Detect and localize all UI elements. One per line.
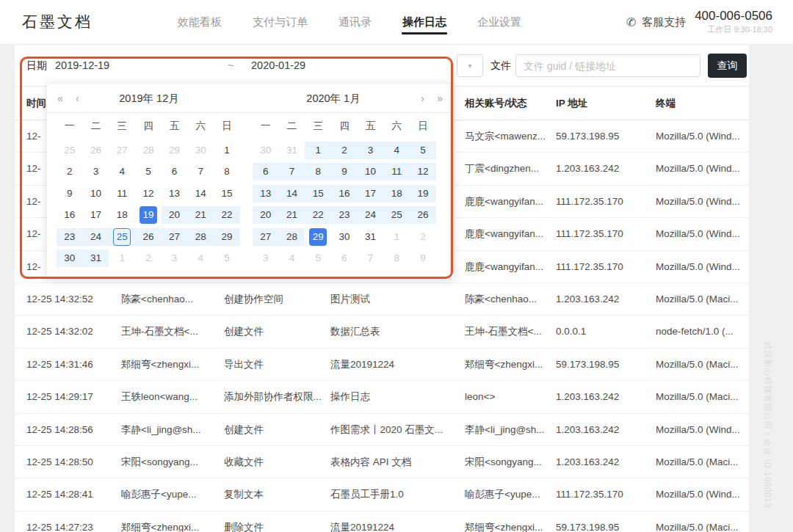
nav-tab-logs[interactable]: 操作日志 — [402, 0, 446, 44]
calendar-day-range[interactable]: 30 — [57, 249, 83, 267]
calendar-day-dim[interactable]: 7 — [358, 249, 384, 267]
weekday-label: 四 — [135, 120, 162, 133]
nav-tab-payment[interactable]: 支付与订单 — [253, 0, 308, 44]
calendar-day-range[interactable]: 27 — [162, 228, 188, 246]
query-button[interactable]: 查询 — [708, 54, 747, 78]
next-month-button[interactable]: › — [421, 84, 424, 113]
calendar-day-range[interactable]: 21 — [279, 206, 305, 224]
nav-tab-settings[interactable]: 企业设置 — [477, 0, 521, 44]
calendar-day-range[interactable]: 18 — [383, 185, 410, 203]
calendar-day-dim[interactable]: 8 — [383, 249, 410, 267]
calendar-day-range[interactable]: 31 — [83, 249, 109, 267]
calendar-day-dim[interactable]: 9 — [410, 249, 436, 267]
calendar-day-range[interactable]: 3 — [358, 142, 384, 159]
next-year-button[interactable]: » — [437, 84, 443, 113]
calendar-day-range[interactable]: 19 — [410, 185, 436, 203]
calendar-day-dim[interactable]: 3 — [162, 249, 188, 267]
calendar-day-normal[interactable]: 10 — [83, 185, 109, 203]
calendar-day-normal[interactable]: 7 — [187, 163, 214, 181]
calendar-day-dim[interactable]: 1 — [383, 228, 410, 246]
calendar-day-normal[interactable]: 12 — [135, 185, 162, 203]
calendar-day-range[interactable]: 25 — [383, 206, 410, 224]
calendar-day-range[interactable]: 22 — [214, 206, 240, 224]
cell-time: 12-25 14:29:17 — [26, 381, 119, 413]
calendar-day-normal[interactable]: 31 — [358, 228, 384, 246]
date-start-input[interactable]: 2019-12-19 — [55, 45, 109, 87]
calendar-day-range[interactable]: 1 — [305, 142, 331, 159]
calendar-day-dim[interactable]: 25 — [57, 142, 83, 159]
calendar-day-today[interactable]: 25 — [109, 228, 135, 246]
file-guid-input[interactable] — [515, 54, 700, 77]
calendar-day-range[interactable]: 23 — [331, 206, 358, 224]
calendar-day-dim[interactable]: 30 — [187, 142, 214, 159]
calendar-day-dim[interactable]: 2 — [135, 249, 162, 267]
calendar-day-selected[interactable]: 19 — [135, 206, 162, 224]
calendar-day-range[interactable]: 13 — [253, 185, 279, 203]
calendar-day-dim[interactable]: 26 — [83, 142, 109, 159]
calendar-day-normal[interactable]: 15 — [214, 185, 240, 203]
calendar-day-normal[interactable]: 5 — [135, 163, 162, 181]
calendar-day-range[interactable]: 11 — [383, 163, 410, 181]
calendar-day-range[interactable]: 14 — [279, 185, 305, 203]
calendar-day-normal[interactable]: 4 — [109, 163, 135, 181]
calendar-day-range[interactable]: 21 — [187, 206, 214, 224]
calendar-day-normal[interactable]: 17 — [83, 206, 109, 224]
calendar-day-normal[interactable]: 18 — [109, 206, 135, 224]
calendar-day-dim[interactable]: 5 — [214, 249, 240, 267]
calendar-day-normal[interactable]: 13 — [162, 185, 188, 203]
calendar-day-normal[interactable]: 8 — [214, 163, 240, 181]
calendar-day-range[interactable]: 22 — [305, 206, 331, 224]
calendar-day-dim[interactable]: 27 — [109, 142, 135, 159]
calendar-day-normal[interactable]: 14 — [187, 185, 214, 203]
calendar-day-range[interactable]: 24 — [83, 228, 109, 246]
calendar-day-range[interactable]: 27 — [253, 228, 279, 246]
calendar-day-range[interactable]: 6 — [253, 163, 279, 181]
cell-terminal: node-fetch/1.0 (... — [656, 316, 748, 348]
calendar-day-normal[interactable]: 1 — [214, 142, 240, 159]
calendar-day-dim[interactable]: 28 — [135, 142, 162, 159]
calendar-day-dim[interactable]: 3 — [253, 249, 279, 267]
calendar-day-range[interactable]: 2 — [331, 142, 358, 159]
calendar-day-range[interactable]: 26 — [410, 206, 436, 224]
calendar-day-dim[interactable]: 4 — [187, 249, 214, 267]
nav-tab-dashboard[interactable]: 效能看板 — [178, 0, 222, 44]
calendar-day-range[interactable]: 29 — [214, 228, 240, 246]
calendar-day-normal[interactable]: 6 — [162, 163, 188, 181]
calendar-day-selected[interactable]: 29 — [305, 228, 331, 246]
calendar-day-dim[interactable]: 6 — [331, 249, 358, 267]
calendar-day-range[interactable]: 24 — [358, 206, 384, 224]
calendar-day-dim[interactable]: 1 — [109, 249, 135, 267]
date-type-dropdown[interactable]: ▾ — [457, 54, 483, 77]
calendar-day-range[interactable]: 20 — [162, 206, 188, 224]
calendar-day-range[interactable]: 4 — [383, 142, 410, 159]
calendar-day-range[interactable]: 23 — [57, 228, 83, 246]
calendar-day-range[interactable]: 20 — [253, 206, 279, 224]
calendar-day-range[interactable]: 16 — [331, 185, 358, 203]
calendar-day-normal[interactable]: 9 — [57, 185, 83, 203]
calendar-day-dim[interactable]: 30 — [253, 142, 279, 159]
calendar-day-range[interactable]: 5 — [410, 142, 436, 159]
calendar-day-normal[interactable]: 30 — [331, 228, 358, 246]
calendar-day-range[interactable]: 12 — [410, 163, 436, 181]
calendar-day-dim[interactable]: 2 — [410, 228, 436, 246]
calendar-day-normal[interactable]: 16 — [57, 206, 83, 224]
calendar-day-range[interactable]: 8 — [305, 163, 331, 181]
calendar-day-range[interactable]: 15 — [305, 185, 331, 203]
nav-tab-contacts[interactable]: 通讯录 — [338, 0, 372, 44]
calendar-day-range[interactable]: 28 — [279, 228, 305, 246]
calendar-day-range[interactable]: 26 — [135, 228, 162, 246]
calendar-day-dim[interactable]: 31 — [279, 142, 305, 159]
calendar-day-range[interactable]: 7 — [279, 163, 305, 181]
calendar-day-dim[interactable]: 5 — [305, 249, 331, 267]
date-end-input[interactable]: 2020-01-29 — [251, 45, 305, 87]
calendar-day-normal[interactable]: 2 — [57, 163, 83, 181]
calendar-day-dim[interactable]: 4 — [279, 249, 305, 267]
calendar-day-range[interactable]: 10 — [358, 163, 384, 181]
table-row: 12-25 14:28:50宋阳<songyang...收藏文件表格内容 API… — [15, 446, 749, 478]
calendar-day-range[interactable]: 17 — [358, 185, 384, 203]
calendar-day-dim[interactable]: 29 — [162, 142, 188, 159]
calendar-day-range[interactable]: 28 — [187, 228, 214, 246]
calendar-day-range[interactable]: 9 — [331, 163, 358, 181]
calendar-day-normal[interactable]: 11 — [109, 185, 135, 203]
calendar-day-normal[interactable]: 3 — [83, 163, 109, 181]
